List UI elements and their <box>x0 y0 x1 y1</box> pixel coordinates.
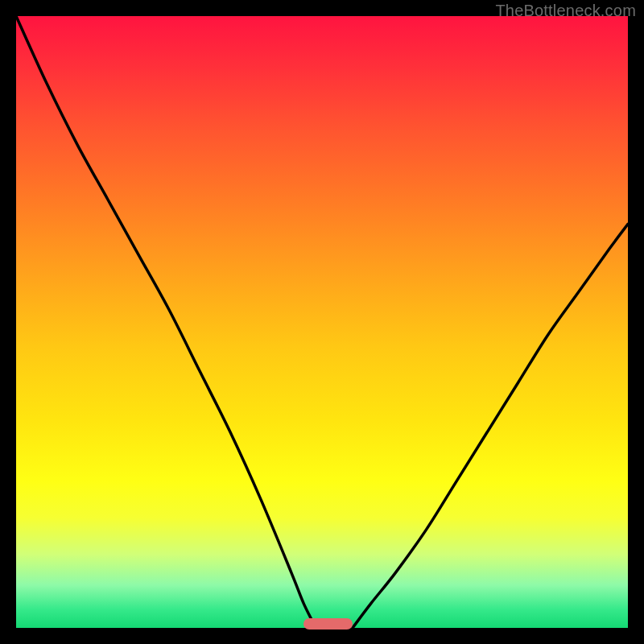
plot-area <box>16 16 628 628</box>
bottleneck-marker <box>303 618 353 630</box>
chart-frame: TheBottleneck.com <box>0 0 644 644</box>
curve-layer <box>16 16 628 628</box>
left-curve <box>16 16 316 628</box>
right-curve <box>353 224 628 628</box>
